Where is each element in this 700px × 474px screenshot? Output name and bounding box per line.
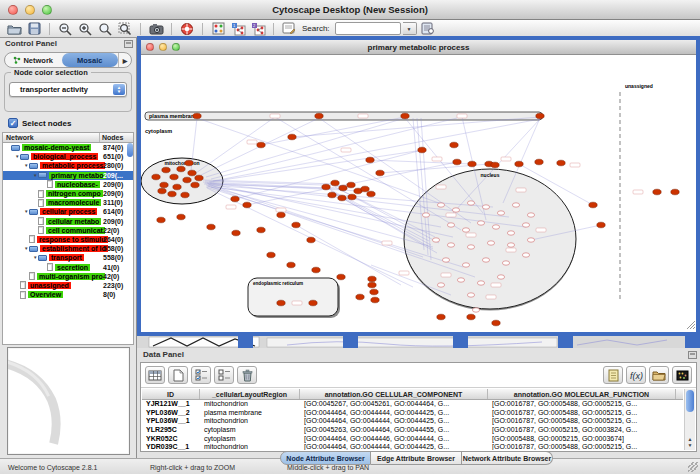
node[interactable] xyxy=(376,170,384,176)
node[interactable] xyxy=(597,222,605,228)
help-lifering-icon[interactable] xyxy=(178,21,196,37)
float-panel-icon[interactable] xyxy=(124,40,133,48)
node[interactable] xyxy=(292,222,300,228)
node[interactable] xyxy=(193,113,201,119)
node-open[interactable] xyxy=(447,223,454,227)
table-column-header[interactable]: _cellularLayoutRegion xyxy=(200,389,300,399)
zoom-view-icon[interactable] xyxy=(172,43,180,51)
search-input[interactable] xyxy=(335,22,401,35)
tree-item[interactable]: ▼primary metabo209(... xyxy=(3,171,133,180)
tree-col-nodes[interactable]: Nodes xyxy=(100,133,133,142)
node[interactable] xyxy=(183,177,191,183)
layout-grid-icon[interactable] xyxy=(209,21,227,37)
node[interactable] xyxy=(671,189,679,195)
node-open[interactable] xyxy=(512,203,519,207)
node[interactable] xyxy=(348,194,356,200)
zoom-window-icon[interactable] xyxy=(42,5,52,15)
tab-mosaic[interactable]: Mosaic xyxy=(62,53,119,67)
node-open[interactable] xyxy=(477,281,484,285)
tree-item[interactable]: macromolecule311(0) xyxy=(3,198,133,207)
node[interactable] xyxy=(368,276,376,282)
scrollbar-arrows[interactable]: ▲▼ xyxy=(685,436,695,450)
node-open[interactable] xyxy=(447,243,454,247)
node[interactable] xyxy=(315,113,323,119)
node-open[interactable] xyxy=(502,261,509,265)
node[interactable] xyxy=(468,161,476,167)
tree-item[interactable]: response to stimulu264(0) xyxy=(3,235,133,244)
table-column-header[interactable]: annotation.GO CELLULAR_COMPONENT xyxy=(300,389,488,399)
node[interactable] xyxy=(371,297,379,303)
table-row[interactable]: YPL036W__2plasma membrane[GO:0044464, GO… xyxy=(142,409,683,418)
node-open[interactable] xyxy=(527,213,534,217)
node-open[interactable] xyxy=(507,243,514,247)
node-open[interactable] xyxy=(422,213,429,217)
node-open[interactable] xyxy=(497,211,504,215)
node[interactable] xyxy=(195,175,203,181)
table-row[interactable]: YKR052Ccytoplasm[GO:0044464, GO:0044446,… xyxy=(142,435,683,444)
node[interactable] xyxy=(181,192,189,198)
node-open[interactable] xyxy=(462,228,469,232)
node[interactable] xyxy=(331,180,339,186)
minimize-view-icon[interactable] xyxy=(159,43,167,51)
node[interactable] xyxy=(653,189,661,195)
tab-edge-attribute-browser[interactable]: Edge Attribute Browser xyxy=(371,451,462,465)
scrollbar-thumb[interactable] xyxy=(686,390,694,412)
zoom-out-icon[interactable] xyxy=(56,21,74,37)
node-open[interactable] xyxy=(482,258,489,262)
tree-item[interactable]: mosaic-demo-yeast874(0) xyxy=(3,143,133,152)
notes-icon[interactable] xyxy=(603,366,623,384)
tree-item[interactable]: secretion41(0) xyxy=(3,262,133,271)
node-open[interactable] xyxy=(472,308,479,312)
node-open[interactable] xyxy=(497,275,504,279)
network-overlay-icon-1[interactable]: 1 xyxy=(229,21,247,37)
minimize-window-icon[interactable] xyxy=(25,5,35,15)
node-open[interactable] xyxy=(527,238,534,242)
node-open[interactable] xyxy=(437,283,444,287)
node-open[interactable] xyxy=(452,208,459,212)
node[interactable] xyxy=(492,320,500,326)
tree-item[interactable]: ▼metabolic process280(0) xyxy=(3,161,133,170)
node[interactable] xyxy=(368,282,376,288)
resize-grip[interactable] xyxy=(688,462,698,472)
node[interactable] xyxy=(243,202,251,208)
table-row[interactable]: YLR295Ccytoplasm[GO:0045263, GO:0044464,… xyxy=(142,426,683,435)
unselect-attributes-icon[interactable] xyxy=(214,366,234,384)
node[interactable] xyxy=(515,161,523,167)
node[interactable] xyxy=(491,162,499,168)
import-attributes-icon[interactable] xyxy=(649,366,669,384)
node[interactable] xyxy=(173,184,181,190)
tree-item[interactable]: ▼transport558(0) xyxy=(3,253,133,262)
node[interactable] xyxy=(288,134,296,140)
node[interactable] xyxy=(418,147,426,153)
node-open[interactable] xyxy=(462,263,469,267)
node[interactable] xyxy=(267,252,275,258)
node[interactable] xyxy=(356,294,364,300)
node[interactable] xyxy=(338,195,346,201)
node[interactable] xyxy=(312,267,320,273)
table-column-header[interactable]: ID xyxy=(142,389,200,399)
tree-item[interactable]: cell communicat22(0) xyxy=(3,226,133,235)
node[interactable] xyxy=(257,227,265,233)
attribute-matrix-icon[interactable] xyxy=(672,366,692,384)
node-open[interactable] xyxy=(492,225,499,229)
node[interactable] xyxy=(168,191,176,197)
node[interactable] xyxy=(277,300,285,306)
tree-item[interactable]: unassigned223(0) xyxy=(3,281,133,290)
index-search-icon[interactable] xyxy=(419,21,437,37)
node[interactable] xyxy=(157,217,165,223)
node[interactable] xyxy=(328,192,336,198)
function-builder-icon[interactable]: f(x) xyxy=(626,366,646,384)
node-open[interactable] xyxy=(507,231,514,235)
node[interactable] xyxy=(177,214,185,220)
snapshot-camera-icon[interactable] xyxy=(147,21,165,37)
node[interactable] xyxy=(232,230,240,236)
node[interactable] xyxy=(361,186,369,192)
node[interactable] xyxy=(536,113,544,119)
canvas-resize-grip[interactable] xyxy=(693,327,695,329)
float-panel-icon[interactable] xyxy=(688,351,697,359)
node[interactable] xyxy=(231,196,239,202)
tree-item[interactable]: ▼cellular process614(0) xyxy=(3,207,133,216)
node[interactable] xyxy=(162,167,170,173)
annotation-icon[interactable] xyxy=(280,21,298,37)
node[interactable] xyxy=(339,185,347,191)
